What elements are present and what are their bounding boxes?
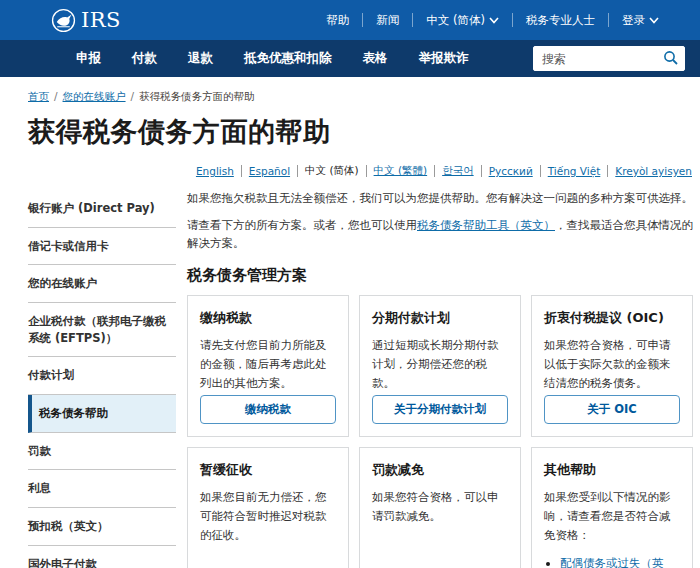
language-link-8[interactable]: Kreyòl ayisyen: [615, 165, 692, 177]
nav-item-5[interactable]: 表格: [363, 50, 388, 67]
language-separator: [366, 165, 367, 177]
sidebar-item-10[interactable]: 国外电子付款: [28, 546, 176, 568]
header-top: IRS 帮助新闻中文 (简体)税务专业人士登录: [0, 0, 700, 40]
card-title: 缴纳税款: [200, 309, 336, 327]
section-title: 税务债务管理方案: [187, 266, 693, 285]
header-link-3[interactable]: 中文 (简体): [413, 13, 512, 28]
language-separator: [241, 165, 242, 177]
nav-item-1[interactable]: 申报: [76, 50, 101, 67]
main-content: 如果您拖欠税款且无法全额偿还，我们可以为您提供帮助。您有解决这一问题的多种方案可…: [187, 190, 693, 568]
card-1: 缴纳税款请先支付您目前力所能及的金额，随后再考虑此处列出的其他方案。缴纳税款: [187, 295, 349, 437]
language-link-1[interactable]: English: [196, 165, 234, 177]
card-title: 折衷付税提议 (OIC): [544, 309, 680, 327]
sidebar-item-6[interactable]: 税务债务帮助: [28, 395, 176, 433]
language-link-6[interactable]: Русский: [489, 165, 533, 177]
language-separator: [297, 165, 298, 177]
nav-item-6[interactable]: 举报欺诈: [419, 50, 469, 67]
sidebar-item-9[interactable]: 预扣税（英文）: [28, 508, 176, 546]
language-separator: [434, 165, 435, 177]
content-area: 银行账户 (Direct Pay)借记卡或信用卡您的在线账户企业税付款（联邦电子…: [0, 178, 700, 568]
card-button-3[interactable]: 关于 OIC: [544, 395, 680, 424]
sidebar-item-3[interactable]: 您的在线账户: [28, 265, 176, 303]
language-link-7[interactable]: Tiếng Việt: [548, 165, 601, 177]
card-link-1[interactable]: 配偶债务或过失（英文）: [560, 556, 664, 568]
primary-nav-items: 申报付款退款抵免优惠和扣除表格举报欺诈: [76, 50, 469, 67]
nav-item-3[interactable]: 退款: [188, 50, 213, 67]
card-text: 如果您符合资格，可申请以低于实际欠款的金额来结清您的税务债务。: [544, 336, 680, 393]
language-link-5[interactable]: 한국어: [442, 164, 474, 178]
card-button-1[interactable]: 缴纳税款: [200, 395, 336, 424]
sidebar-item-1[interactable]: 银行账户 (Direct Pay): [28, 190, 176, 228]
breadcrumb: 首页/您的在线账户/获得税务债务方面的帮助: [0, 77, 700, 104]
breadcrumb-separator: /: [54, 90, 58, 102]
sidebar-item-8[interactable]: 利息: [28, 470, 176, 508]
card-text: 如果您受到以下情况的影响，请查看您是否符合减免资格：: [544, 488, 680, 545]
chevron-down-icon: [489, 17, 499, 24]
header-link-2[interactable]: 新闻: [363, 13, 412, 28]
sidebar: 银行账户 (Direct Pay)借记卡或信用卡您的在线账户企业税付款（联邦电子…: [28, 190, 176, 568]
language-separator: [607, 165, 608, 177]
tax-debt-help-tool-link[interactable]: 税务债务帮助工具（英文）: [417, 218, 555, 232]
header-link-4[interactable]: 税务专业人士: [513, 13, 608, 28]
breadcrumb-current: 获得税务债务方面的帮助: [139, 90, 255, 102]
card-title: 暂缓征收: [200, 461, 336, 479]
card-link-list: 配偶债务或过失（英文）灾难声明军事部署（英文）身份盗窃: [560, 553, 680, 568]
language-separator: [481, 165, 482, 177]
language-separator: [540, 165, 541, 177]
search-icon[interactable]: [663, 50, 679, 70]
card-3: 折衷付税提议 (OIC)如果您符合资格，可申请以低于实际欠款的金额来结清您的税务…: [531, 295, 693, 437]
breadcrumb-separator: /: [131, 90, 135, 102]
card-link-item: 配偶债务或过失（英文）: [560, 553, 680, 568]
card-5: 罚款减免如果您符合资格，可以申请罚款减免。关于罚款减免: [359, 447, 521, 568]
header-link-1[interactable]: 帮助: [313, 13, 362, 28]
irs-logo-text: IRS: [81, 8, 121, 32]
breadcrumb-link-1[interactable]: 首页: [28, 90, 49, 102]
nav-item-4[interactable]: 抵免优惠和扣除: [244, 50, 332, 67]
language-link-4[interactable]: 中文 (繁體): [374, 164, 428, 178]
language-link-2[interactable]: Español: [249, 165, 290, 177]
card-4: 暂缓征收如果您目前无力偿还，您可能符合暂时推迟对税款的征收。关于暂缓征收（英文）: [187, 447, 349, 568]
card-button-2[interactable]: 关于分期付款计划: [372, 395, 508, 424]
card-title: 罚款减免: [372, 461, 508, 479]
card-6: 其他帮助如果您受到以下情况的影响，请查看您是否符合减免资格：配偶债务或过失（英文…: [531, 447, 693, 568]
sidebar-item-7[interactable]: 罚款: [28, 433, 176, 471]
breadcrumb-link-2[interactable]: 您的在线账户: [63, 90, 126, 102]
header-utility-nav: 帮助新闻中文 (简体)税务专业人士登录: [313, 13, 672, 28]
card-title: 其他帮助: [544, 461, 680, 479]
card-text: 通过短期或长期分期付款计划，分期偿还您的税款。: [372, 336, 508, 393]
irs-logo[interactable]: IRS: [51, 8, 121, 33]
card-text: 请先支付您目前力所能及的金额，随后再考虑此处列出的其他方案。: [200, 336, 336, 393]
irs-eagle-icon: [51, 8, 76, 33]
header-link-5[interactable]: 登录: [609, 13, 672, 28]
sidebar-item-5[interactable]: 付款计划: [28, 357, 176, 395]
intro-paragraph-2: 请查看下方的所有方案。或者，您也可以使用税务债务帮助工具（英文），查找最适合您具…: [187, 217, 693, 253]
sidebar-item-2[interactable]: 借记卡或信用卡: [28, 228, 176, 266]
card-text: 如果您目前无力偿还，您可能符合暂时推迟对税款的征收。: [200, 488, 336, 545]
card-text: 如果您符合资格，可以申请罚款减免。: [372, 488, 508, 526]
page-title: 获得税务债务方面的帮助: [0, 104, 700, 150]
card-title: 分期付款计划: [372, 309, 508, 327]
search-box: [533, 46, 685, 71]
chevron-down-icon: [649, 17, 659, 24]
option-cards-grid: 缴纳税款请先支付您目前力所能及的金额，随后再考虑此处列出的其他方案。缴纳税款分期…: [187, 295, 693, 568]
primary-nav: 申报付款退款抵免优惠和扣除表格举报欺诈: [0, 40, 700, 77]
language-switcher: EnglishEspañol中文 (简体)中文 (繁體)한국어РусскийTi…: [0, 150, 700, 178]
intro-paragraph-1: 如果您拖欠税款且无法全额偿还，我们可以为您提供帮助。您有解决这一问题的多种方案可…: [187, 190, 693, 208]
nav-item-2[interactable]: 付款: [132, 50, 157, 67]
intro2-text-before: 请查看下方的所有方案。或者，您也可以使用: [187, 218, 417, 232]
card-2: 分期付款计划通过短期或长期分期付款计划，分期偿还您的税款。关于分期付款计划: [359, 295, 521, 437]
sidebar-item-4[interactable]: 企业税付款（联邦电子缴税系统 (EFTPS)）: [28, 303, 176, 357]
language-link-3: 中文 (简体): [305, 164, 359, 178]
